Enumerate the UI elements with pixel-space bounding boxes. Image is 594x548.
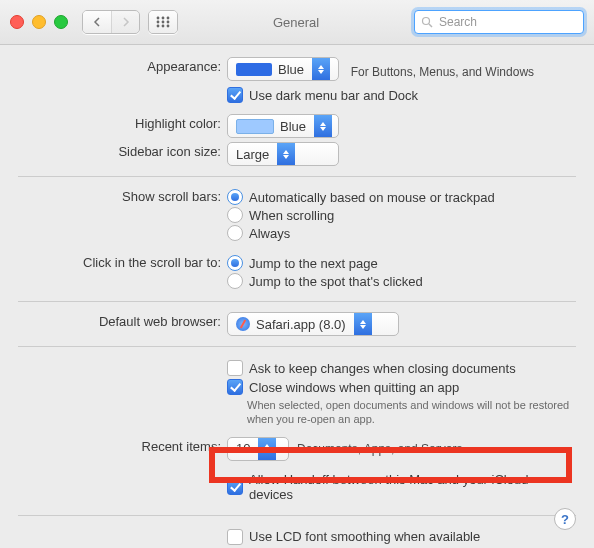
scrollclick-next-label: Jump to the next page (249, 256, 378, 271)
chevron-updown-icon (277, 143, 295, 165)
window-controls (10, 15, 68, 29)
recent-after: Documents, Apps, and Servers (297, 442, 462, 456)
appearance-hint: For Buttons, Menus, and Windows (351, 65, 534, 79)
separator (18, 176, 576, 177)
svg-point-7 (162, 25, 165, 28)
radio-icon (227, 207, 243, 223)
checkbox-icon (227, 529, 243, 545)
highlight-select[interactable]: Blue (227, 114, 339, 138)
sidebar-size-value: Large (236, 147, 269, 162)
safari-icon (236, 317, 250, 331)
scrollclick-spot-label: Jump to the spot that's clicked (249, 274, 423, 289)
appearance-select[interactable]: Blue (227, 57, 339, 81)
scrollclick-next-radio[interactable]: Jump to the next page (227, 255, 576, 271)
radio-icon (227, 255, 243, 271)
separator (18, 515, 576, 516)
svg-line-10 (429, 24, 432, 27)
recent-value: 10 (236, 441, 250, 456)
checkbox-icon (227, 87, 243, 103)
chevron-updown-icon (258, 438, 276, 460)
scrollbars-scrolling-label: When scrolling (249, 208, 334, 223)
radio-icon (227, 273, 243, 289)
toolbar: General (0, 0, 594, 45)
highlight-label: Highlight color: (18, 114, 227, 131)
svg-point-3 (157, 21, 160, 24)
scrollbars-always-radio[interactable]: Always (227, 225, 576, 241)
ask-changes-label: Ask to keep changes when closing documen… (249, 361, 516, 376)
svg-point-6 (157, 25, 160, 28)
nav-back-forward (82, 10, 140, 34)
checkbox-icon (227, 479, 243, 495)
show-all-button[interactable] (148, 10, 178, 34)
help-button[interactable]: ? (554, 508, 576, 530)
browser-select[interactable]: Safari.app (8.0) (227, 312, 399, 336)
lcd-smoothing-label: Use LCD font smoothing when available (249, 529, 480, 544)
highlight-value: Blue (280, 119, 306, 134)
help-icon: ? (561, 512, 569, 527)
chevron-updown-icon (354, 313, 372, 335)
radio-icon (227, 189, 243, 205)
scrollbars-auto-label: Automatically based on mouse or trackpad (249, 190, 495, 205)
separator (18, 301, 576, 302)
scrollbars-always-label: Always (249, 226, 290, 241)
handoff-checkbox[interactable]: Allow Handoff between this Mac and your … (227, 472, 576, 502)
recent-select[interactable]: 10 (227, 437, 289, 461)
scrollbars-scrolling-radio[interactable]: When scrolling (227, 207, 576, 223)
close-icon[interactable] (10, 15, 24, 29)
back-button[interactable] (83, 11, 111, 33)
lcd-smoothing-checkbox[interactable]: Use LCD font smoothing when available (227, 529, 576, 545)
appearance-label: Appearance: (18, 57, 227, 74)
dark-menubar-checkbox[interactable]: Use dark menu bar and Dock (227, 87, 576, 103)
svg-point-9 (423, 18, 430, 25)
search-input[interactable] (437, 14, 591, 30)
zoom-icon[interactable] (54, 15, 68, 29)
browser-value: Safari.app (8.0) (256, 317, 346, 332)
dark-menubar-label: Use dark menu bar and Dock (249, 88, 418, 103)
recent-label: Recent items: (18, 437, 227, 454)
grid-icon (149, 11, 177, 33)
close-windows-label: Close windows when quitting an app (249, 380, 459, 395)
scrollbars-label: Show scroll bars: (18, 187, 227, 204)
svg-point-2 (167, 17, 170, 20)
minimize-icon[interactable] (32, 15, 46, 29)
svg-point-8 (167, 25, 170, 28)
close-windows-note: When selected, open documents and window… (247, 398, 576, 427)
scrollbars-auto-radio[interactable]: Automatically based on mouse or trackpad (227, 189, 576, 205)
svg-point-4 (162, 21, 165, 24)
browser-label: Default web browser: (18, 312, 227, 329)
handoff-label: Allow Handoff between this Mac and your … (249, 472, 576, 502)
sidebar-size-select[interactable]: Large (227, 142, 339, 166)
checkbox-icon (227, 379, 243, 395)
ask-changes-checkbox[interactable]: Ask to keep changes when closing documen… (227, 360, 576, 376)
search-field[interactable] (414, 10, 584, 34)
radio-icon (227, 225, 243, 241)
search-icon (421, 16, 433, 28)
checkbox-icon (227, 360, 243, 376)
scrollclick-label: Click in the scroll bar to: (18, 253, 227, 270)
sidebar-size-label: Sidebar icon size: (18, 142, 227, 159)
color-swatch-blue-icon (236, 63, 272, 76)
appearance-value: Blue (278, 62, 304, 77)
chevron-updown-icon (314, 115, 332, 137)
forward-button[interactable] (111, 11, 139, 33)
color-swatch-lightblue-icon (236, 119, 274, 134)
svg-point-1 (162, 17, 165, 20)
window-title: General (178, 15, 414, 30)
svg-point-0 (157, 17, 160, 20)
chevron-updown-icon (312, 58, 330, 80)
svg-point-5 (167, 21, 170, 24)
close-windows-checkbox[interactable]: Close windows when quitting an app (227, 379, 576, 395)
scrollclick-spot-radio[interactable]: Jump to the spot that's clicked (227, 273, 576, 289)
separator (18, 346, 576, 347)
